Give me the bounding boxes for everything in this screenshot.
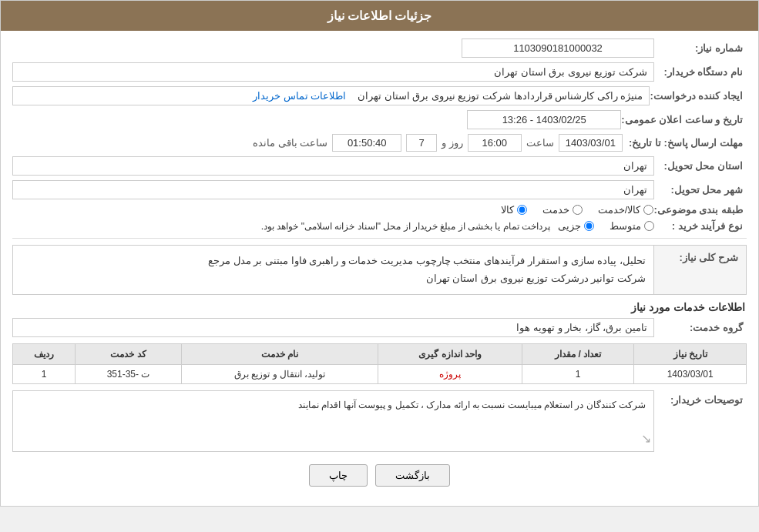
resize-handle: ↘ [641, 428, 651, 449]
tarikh-value: 1403/02/25 - 13:26 [467, 110, 621, 129]
ostan-row: استان محل تحویل: تهران [12, 156, 747, 176]
sharh-box: شرح کلی نیاز: تحلیل، پیاده سازی و استقرا… [12, 245, 747, 295]
tossif-box: شرکت کنندگان در استعلام میبایست نسبت به … [12, 390, 654, 452]
tossif-label: توصیحات خریدار: [654, 390, 747, 406]
farayand-jozi-item[interactable]: جزیی [558, 220, 594, 232]
tabaqe-kala-khedmat-item[interactable]: کالا/خدمت [598, 204, 654, 216]
mohlat-row: مهلت ارسال پاسخ: تا تاریخ: 1403/03/01 سا… [12, 134, 747, 152]
shmare-value: 1103090181000032 [462, 38, 654, 58]
ostan-label: استان محل تحویل: [654, 160, 747, 172]
page-title: جزئیات اطلاعات نیاز [327, 9, 432, 22]
ijad-link[interactable]: اطلاعات تماس خریدار [253, 90, 346, 102]
etelaat-khadamat-title: اطلاعات خدمات مورد نیاز [12, 301, 747, 313]
col-code: کد خدمت [76, 343, 181, 364]
tabaqe-khedmat-label: خدمت [542, 204, 569, 216]
nam-dastgah-value: شرکت توزیع نیروی برق استان تهران [12, 62, 654, 82]
farayand-jozi-radio[interactable] [584, 221, 594, 231]
ijad-label: ایجاد کننده درخواست: [650, 90, 747, 102]
table-row: 1403/03/01 1 پروژه تولید، انتقال و توزیع… [13, 364, 747, 383]
tabaqe-kala-item[interactable]: کالا [501, 204, 527, 216]
ijad-value: منیژه راکی کارشناس قراردادها شرکت توزیع … [12, 86, 650, 105]
tabaqe-kala-label: کالا [501, 204, 514, 216]
ijad-text: منیژه راکی کارشناس قراردادها شرکت توزیع … [358, 90, 643, 102]
tabaqe-row: طبقه بندی موضوعی: کالا/خدمت خدمت کالا [12, 204, 747, 216]
cell-tedad: 1 [522, 364, 634, 383]
shmare-niaz-row: شماره نیاز: 1103090181000032 [12, 38, 747, 58]
cell-tarikh: 1403/03/01 [634, 364, 747, 383]
shahr-label: شهر محل تحویل: [654, 184, 747, 196]
content-area: شماره نیاز: 1103090181000032 نام دستگاه … [1, 31, 758, 506]
ijad-row: ایجاد کننده درخواست: منیژه راکی کارشناس … [12, 86, 747, 105]
tossif-value: شرکت کنندگان در استعلام میبایست نسبت به … [298, 400, 646, 410]
tabaqe-label: طبقه بندی موضوعی: [653, 204, 747, 216]
farayand-mottavasset-radio[interactable] [644, 221, 654, 231]
back-button[interactable]: بازگشت [375, 464, 450, 487]
page-header: جزئیات اطلاعات نیاز [1, 1, 758, 31]
tossif-row: توصیحات خریدار: شرکت کنندگان در استعلام … [12, 390, 747, 452]
farayand-jozi-label: جزیی [558, 220, 581, 232]
mohlat-saat: 16:00 [468, 134, 522, 152]
tarikh-row: تاریخ و ساعت اعلان عمومی: 1403/02/25 - 1… [12, 110, 747, 129]
mohlat-date: 1403/03/01 [559, 134, 623, 152]
shahr-row: شهر محل تحویل: تهران [12, 180, 747, 199]
mohlat-label: مهلت ارسال پاسخ: تا تاریخ: [629, 137, 747, 149]
ostan-value: تهران [12, 156, 654, 176]
divider1 [12, 238, 747, 239]
goroh-row: گروه خدمت: تامین برق، گاز، بخار و تهویه … [12, 318, 747, 337]
sharh-content: تحلیل، پیاده سازی و استقرار فرآیندهای من… [13, 246, 653, 294]
col-radif: ردیف [13, 343, 76, 364]
goroh-label: گروه خدمت: [654, 322, 747, 333]
cell-name: تولید، انتقال و توزیع برق [181, 364, 378, 383]
shahr-value: تهران [12, 180, 654, 199]
cell-code: ت -35-351 [76, 364, 181, 383]
col-tarikh: تاریخ نیاز [634, 343, 747, 364]
tabaqe-kala-radio[interactable] [517, 205, 527, 215]
sharh-line1: تحلیل، پیاده سازی و استقرار فرآیندهای من… [21, 252, 646, 269]
farayand-mottavasset-label: متوسط [610, 220, 641, 232]
farayand-options: متوسط جزیی [558, 220, 654, 232]
shmare-label: شماره نیاز: [654, 42, 747, 54]
sharh-label: شرح کلی نیاز: [653, 246, 746, 294]
farayand-label: نوع فرآیند خرید : [654, 220, 747, 232]
col-vahed: واحد اندازه گیری [378, 343, 522, 364]
cell-vahed: پروژه [378, 364, 522, 383]
mohlat-baghimande: 01:50:40 [332, 134, 401, 152]
farayand-mottavasset-item[interactable]: متوسط [610, 220, 654, 232]
table-section: تاریخ نیاز تعداد / مقدار واحد اندازه گیر… [12, 343, 747, 384]
mohlat-baghimande-label: ساعت باقی مانده [253, 137, 327, 149]
mohlat-rooz-label: روز و [442, 137, 463, 149]
col-name: نام خدمت [181, 343, 378, 364]
buttons-row: بازگشت چاپ [12, 457, 747, 498]
nam-dastgah-label: نام دستگاه خریدار: [654, 66, 747, 78]
tarikh-label: تاریخ و ساعت اعلان عمومی: [621, 114, 747, 125]
sharh-line2: شرکت توانیر درشرکت توزیع نیروی برق استان… [21, 269, 646, 287]
tabaqe-kala-khedmat-radio[interactable] [643, 205, 653, 215]
table-header-row: تاریخ نیاز تعداد / مقدار واحد اندازه گیر… [13, 343, 747, 364]
tabaqe-khedmat-item[interactable]: خدمت [542, 204, 583, 216]
mohlat-saat-label: ساعت [526, 137, 554, 149]
mohlat-rooz: 7 [406, 134, 437, 152]
sharh-inner: شرح کلی نیاز: تحلیل، پیاده سازی و استقرا… [13, 246, 746, 294]
col-tedad: تعداد / مقدار [522, 343, 634, 364]
mohlat-parts: 1403/03/01 ساعت 16:00 روز و 7 01:50:40 س… [12, 134, 623, 152]
tabaqe-kala-khedmat-label: کالا/خدمت [598, 204, 641, 216]
goroh-value: تامین برق، گاز، بخار و تهویه هوا [12, 318, 654, 337]
cell-radif: 1 [13, 364, 76, 383]
print-button[interactable]: چاپ [309, 464, 368, 487]
services-table: تاریخ نیاز تعداد / مقدار واحد اندازه گیر… [12, 343, 747, 384]
main-container: جزئیات اطلاعات نیاز شماره نیاز: 11030901… [0, 0, 759, 507]
nam-dastgah-row: نام دستگاه خریدار: شرکت توزیع نیروی برق … [12, 62, 747, 82]
tabaqe-khedmat-radio[interactable] [573, 205, 583, 215]
farayand-row: نوع فرآیند خرید : متوسط جزیی پرداخت تمام… [12, 220, 747, 232]
tabaqe-options: کالا/خدمت خدمت کالا [501, 204, 654, 216]
farayand-notice: پرداخت تمام یا بخشی از مبلغ خریدار از مح… [12, 221, 558, 232]
